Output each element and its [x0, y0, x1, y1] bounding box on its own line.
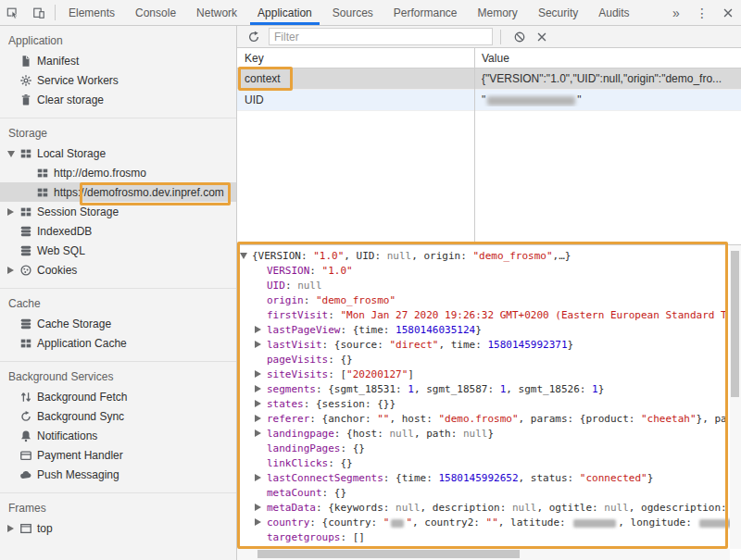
disclosure-closed-icon[interactable]	[255, 338, 267, 353]
more-tabs-button[interactable]: »	[663, 0, 689, 25]
sidebar-item-https-demofrosmo-dev-inpref-com[interactable]: https://demofrosmo.dev.inpref.com	[0, 182, 236, 202]
json-line-lastvisit[interactable]: lastVisit: {source: "direct", time: 1580…	[237, 338, 730, 353]
json-token: :	[285, 280, 297, 292]
sidebar-item-session-storage[interactable]: Session Storage	[0, 202, 236, 221]
json-token: "demo.frosmo"	[438, 413, 518, 425]
horizontal-scrollbar-thumb[interactable]	[257, 550, 520, 558]
json-token: : {sgmt_18531:	[316, 383, 408, 395]
sidebar-item-clear-storage[interactable]: Clear storage	[0, 90, 236, 109]
json-token: :	[304, 294, 316, 306]
json-token: "Mon Jan 27 2020 19:26:32 GMT+0200 (East…	[340, 309, 726, 321]
json-token: , UID:	[344, 250, 386, 262]
inspect-element-button[interactable]	[0, 0, 26, 25]
json-token: ""	[486, 516, 498, 529]
devtools-menu-button[interactable]: ⋮	[689, 0, 715, 25]
sidebar-item-cookies[interactable]: Cookies	[0, 260, 236, 280]
json-token: "cheetah"	[641, 413, 697, 425]
json-token: : {keywords:	[316, 502, 396, 514]
vertical-scrollbar-thumb[interactable]	[731, 251, 739, 397]
disclosure-closed-icon[interactable]	[255, 382, 267, 397]
devtools-window: ElementsConsoleNetworkApplicationSources…	[0, 0, 741, 560]
sidebar-item-http-demo-frosmo[interactable]: http://demo.frosmo	[0, 163, 236, 182]
sidebar-item-background-fetch[interactable]: Background Fetch	[0, 387, 236, 406]
json-token: targetgroups	[267, 531, 340, 543]
tab-sources[interactable]: Sources	[325, 0, 381, 25]
json-line-states[interactable]: states: {session: {}}	[237, 397, 730, 412]
column-resize-handle[interactable]	[474, 48, 475, 244]
sidebar-item-application-cache[interactable]: Application Cache	[0, 333, 236, 353]
json-line-sitevisits[interactable]: siteVisits: ["20200127"]	[237, 367, 730, 382]
tab-audits[interactable]: Audits	[591, 0, 636, 25]
sidebar-item-service-workers[interactable]: Service Workers	[0, 70, 236, 90]
disclosure-closed-icon[interactable]	[7, 205, 19, 218]
section-title-background-services: Background Services	[0, 367, 236, 387]
sidebar-item-local-storage[interactable]: Local Storage	[0, 143, 236, 163]
json-token: "connected"	[580, 472, 647, 484]
sidebar-item-label: Background Sync	[37, 410, 124, 423]
sidebar-item-top[interactable]: top	[0, 518, 236, 538]
sidebar-item-label: Notifications	[37, 429, 97, 442]
disclosure-closed-icon[interactable]	[255, 471, 267, 486]
column-header-key[interactable]: Key	[237, 52, 474, 65]
storage-item-preview: {VERSION: "1.0", UID: null, origin: "dem…	[237, 244, 741, 560]
sidebar-item-push-messaging[interactable]: Push Messaging	[0, 465, 236, 484]
disclosure-open-icon[interactable]	[7, 147, 19, 160]
disclosure-closed-icon[interactable]	[255, 367, 267, 382]
disclosure-closed-icon[interactable]	[7, 522, 19, 535]
json-line-firstvisit: firstVisit: "Mon Jan 27 2020 19:26:32 GM…	[237, 308, 730, 323]
filter-input[interactable]	[269, 28, 493, 45]
disclosure-closed-icon[interactable]	[255, 501, 267, 516]
disclosure-closed-icon[interactable]	[7, 264, 19, 277]
table-row-context[interactable]: context{"VERSION":"1.0","UID":null,"orig…	[237, 68, 741, 90]
disclosure-closed-icon[interactable]	[255, 427, 267, 442]
device-toolbar-button[interactable]	[26, 0, 52, 25]
tab-console[interactable]: Console	[128, 0, 183, 25]
sidebar-item-payment-handler[interactable]: Payment Handler	[0, 445, 236, 465]
json-line-lastconnectsegments[interactable]: lastConnectSegments: {time: 158014599265…	[237, 471, 730, 486]
sidebar-item-notifications[interactable]: Notifications	[0, 426, 236, 445]
json-line-root[interactable]: {VERSION: "1.0", UID: null, origin: "dem…	[237, 249, 730, 264]
disclosure-closed-icon[interactable]	[255, 412, 267, 427]
devtools-close-button[interactable]	[715, 0, 741, 25]
close-icon	[722, 6, 735, 19]
json-token: ,…}	[553, 250, 571, 262]
tab-application[interactable]: Application	[250, 0, 320, 25]
cell-value: ""	[474, 93, 741, 106]
sidebar-item-background-sync[interactable]: Background Sync	[0, 406, 236, 426]
tab-elements[interactable]: Elements	[61, 0, 122, 25]
table-icon	[19, 205, 32, 218]
json-line-lastpageview[interactable]: lastPageView: {time: 1580146035124}	[237, 323, 730, 338]
json-token: :	[328, 309, 340, 321]
sidebar-item-indexeddb[interactable]: IndexedDB	[0, 221, 236, 241]
sidebar-item-label: Web SQL	[37, 244, 85, 257]
sidebar-item-label: Local Storage	[37, 147, 106, 160]
json-token: ""	[377, 413, 389, 425]
disclosure-closed-icon[interactable]	[255, 323, 267, 338]
sidebar-item-web-sql[interactable]: Web SQL	[0, 241, 236, 260]
sync-icon	[19, 410, 32, 423]
disclosure-closed-icon[interactable]	[255, 397, 267, 412]
tab-security[interactable]: Security	[531, 0, 585, 25]
clear-all-button[interactable]	[509, 28, 531, 46]
devtools-main: ApplicationManifestService WorkersClear …	[0, 26, 741, 560]
json-line-country[interactable]: country: {country: "", country2: "", lat…	[237, 516, 730, 530]
json-line-metadata[interactable]: metaData: {keywords: null, description: …	[237, 501, 730, 516]
tab-memory[interactable]: Memory	[471, 0, 525, 25]
json-line-metacount: metaCount: {}	[237, 486, 730, 501]
json-token: origin	[267, 294, 304, 306]
disclosure-closed-icon[interactable]	[255, 516, 267, 530]
cell-key: UID	[237, 93, 474, 106]
json-line-landingpage[interactable]: landingpage: {host: null, path: null}	[237, 427, 730, 442]
sidebar-item-cache-storage[interactable]: Cache Storage	[0, 314, 236, 333]
json-token: , time:	[438, 339, 487, 351]
refresh-button[interactable]	[243, 28, 265, 46]
json-line-segments[interactable]: segments: {sgmt_18531: 1, sgmt_18587: 1,…	[237, 382, 730, 397]
column-header-value[interactable]: Value	[474, 52, 741, 65]
json-line-referer[interactable]: referer: {anchor: "", host: "demo.frosmo…	[237, 412, 730, 427]
delete-selected-button[interactable]	[531, 28, 553, 46]
tab-performance[interactable]: Performance	[386, 0, 465, 25]
tab-network[interactable]: Network	[189, 0, 245, 25]
sidebar-item-manifest[interactable]: Manifest	[0, 51, 236, 70]
table-row-uid[interactable]: UID""	[237, 90, 741, 111]
disclosure-open-icon[interactable]	[240, 249, 252, 264]
